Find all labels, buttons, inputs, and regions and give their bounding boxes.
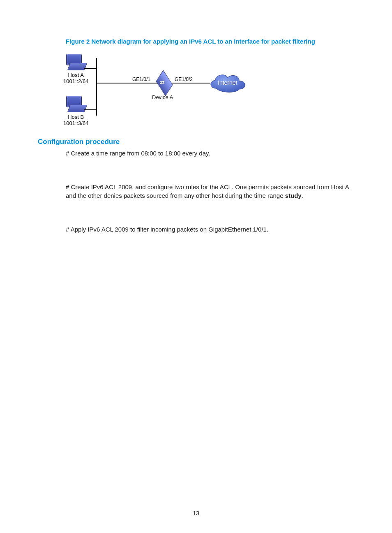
connector-line xyxy=(170,83,210,83)
connector-line xyxy=(96,58,97,116)
paragraph-2-bold: study xyxy=(285,192,302,199)
network-diagram: Host A 1001::2/64 Host B 1001::3/64 GE1/… xyxy=(63,54,261,128)
section-heading-config: Configuration procedure xyxy=(38,138,354,146)
paragraph-3: # Apply IPv6 ACL 2009 to filter incoming… xyxy=(66,225,354,234)
page-number: 13 xyxy=(0,510,392,517)
internet-cloud: Internet xyxy=(207,71,248,94)
internet-label: Internet xyxy=(218,79,237,86)
paragraph-1: # Create a time range from 08:00 to 18:0… xyxy=(66,149,354,158)
computer-icon xyxy=(66,96,86,113)
device-a-label: Device A xyxy=(152,94,173,100)
switch-icon: ⇄ xyxy=(156,76,172,89)
host-b: Host B 1001::3/64 xyxy=(63,96,88,126)
figure-caption: Figure 2 Network diagram for applying an… xyxy=(66,38,354,45)
connector-line xyxy=(84,109,96,110)
host-b-label: Host B xyxy=(63,114,88,120)
host-a-addr: 1001::2/64 xyxy=(63,78,88,84)
paragraph-2b: . xyxy=(302,192,303,199)
host-a-label: Host A xyxy=(63,72,88,78)
paragraph-2a: # Create IPv6 ACL 2009, and configure tw… xyxy=(66,183,349,199)
port-label-ge1: GE1/0/1 xyxy=(132,76,150,82)
paragraph-2: # Create IPv6 ACL 2009, and configure tw… xyxy=(66,183,354,200)
port-label-ge2: GE1/0/2 xyxy=(175,76,193,82)
computer-icon xyxy=(66,54,86,71)
connector-line xyxy=(97,83,158,83)
host-b-addr: 1001::3/64 xyxy=(63,120,88,126)
connector-line xyxy=(84,68,96,69)
host-a: Host A 1001::2/64 xyxy=(63,54,88,84)
